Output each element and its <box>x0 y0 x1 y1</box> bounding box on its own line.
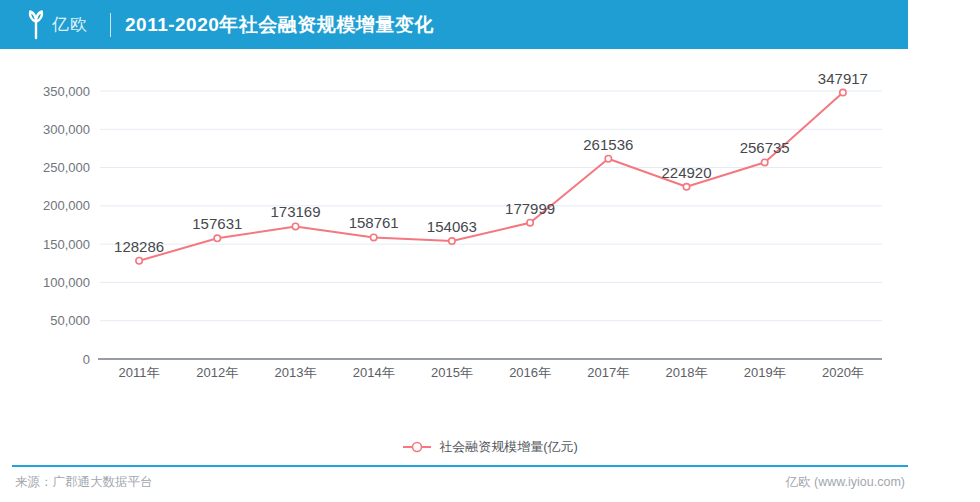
y-axis-label: 350,000 <box>43 84 90 99</box>
x-axis-label: 2014年 <box>353 365 395 380</box>
logo: 亿欧 <box>24 10 88 40</box>
x-axis-label: 2012年 <box>196 365 238 380</box>
legend-label: 社会融资规模增量(亿元) <box>439 438 578 456</box>
x-axis-label: 2015年 <box>431 365 473 380</box>
y-axis-label: 150,000 <box>43 237 90 252</box>
y-axis-label: 100,000 <box>43 275 90 290</box>
line-chart: 050,000100,000150,000200,000250,000300,0… <box>0 0 980 502</box>
footer-credit-text: 亿欧 (www.iyiou.com) <box>786 474 905 491</box>
y-axis-label: 0 <box>83 352 90 367</box>
data-point-marker[interactable] <box>762 159 768 165</box>
legend[interactable]: 社会融资规模增量(亿元) <box>0 437 980 457</box>
x-axis-label: 2013年 <box>275 365 317 380</box>
data-point-marker[interactable] <box>605 156 611 162</box>
data-point-marker[interactable] <box>527 220 533 226</box>
data-point-label: 347917 <box>818 70 868 87</box>
header-bar: 亿欧 2011-2020年社会融资规模增量变化 <box>0 0 908 49</box>
logo-text: 亿欧 <box>52 13 88 36</box>
data-point-marker[interactable] <box>292 223 298 229</box>
x-axis-label: 2019年 <box>744 365 786 380</box>
x-axis-label: 2018年 <box>666 365 708 380</box>
footer-divider-line <box>12 465 908 467</box>
data-point-marker[interactable] <box>449 238 455 244</box>
data-point-label: 157631 <box>192 215 242 232</box>
data-point-marker[interactable] <box>371 234 377 240</box>
x-axis-label: 2020年 <box>822 365 864 380</box>
data-point-label: 173169 <box>270 203 320 220</box>
y-axis-label: 250,000 <box>43 160 90 175</box>
data-point-label: 158761 <box>349 214 399 231</box>
data-point-label: 177999 <box>505 200 555 217</box>
footer-source-text: 来源：广郡通大数据平台 <box>15 474 153 491</box>
x-axis-label: 2011年 <box>119 365 160 380</box>
data-point-label: 256735 <box>740 139 790 156</box>
data-point-label: 128286 <box>114 238 164 255</box>
legend-marker-icon <box>402 440 432 454</box>
x-axis-label: 2016年 <box>509 365 551 380</box>
data-point-label: 261536 <box>583 136 633 153</box>
data-point-marker[interactable] <box>136 258 142 264</box>
y-axis-label: 200,000 <box>43 198 90 213</box>
yiou-logo-icon <box>24 10 48 40</box>
y-axis-label: 300,000 <box>43 122 90 137</box>
data-point-marker[interactable] <box>840 89 846 95</box>
data-point-label: 224920 <box>661 164 711 181</box>
y-axis-label: 50,000 <box>50 313 90 328</box>
data-point-marker[interactable] <box>683 184 689 190</box>
x-axis-label: 2017年 <box>587 365 629 380</box>
series-line <box>139 93 843 261</box>
data-point-marker[interactable] <box>214 235 220 241</box>
page-title: 2011-2020年社会融资规模增量变化 <box>125 12 434 38</box>
page: 050,000100,000150,000200,000250,000300,0… <box>0 0 980 502</box>
header-divider <box>110 13 111 37</box>
data-point-label: 154063 <box>427 218 477 235</box>
